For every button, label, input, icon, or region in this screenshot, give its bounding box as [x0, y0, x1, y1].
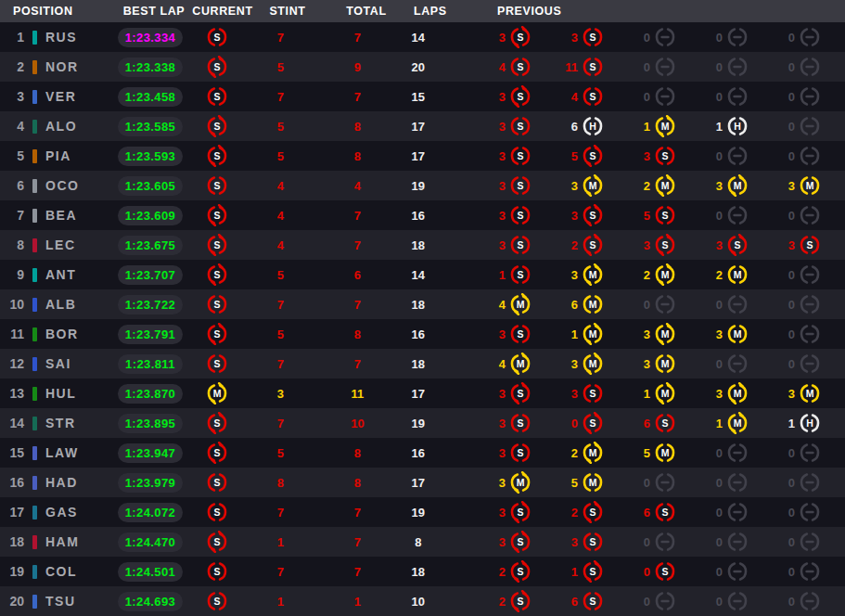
current-tyre-icon: S: [185, 442, 250, 464]
tyre-M-new-icon: M: [654, 442, 676, 464]
table-row[interactable]: 13 HUL 1:23.870 M 3 11 17 3S3S1M3M3M: [0, 379, 845, 408]
current-tyre-icon: M: [185, 382, 250, 404]
svg-text:S: S: [518, 121, 524, 132]
svg-text:S: S: [214, 239, 221, 250]
svg-text:M: M: [661, 388, 670, 399]
table-row[interactable]: 20 TSU 1:24.693 S 1 1 10 2S6S000: [0, 586, 845, 616]
previous-stint-slot: 3S: [483, 501, 556, 523]
previous-stint-laps: 0: [773, 90, 795, 104]
tyre-M-new-icon: M: [799, 174, 821, 197]
driver-code: ALB: [45, 297, 76, 312]
table-row[interactable]: 4 ALO 1:23.585 S 5 8 17 3S6H1M1H0: [0, 111, 845, 141]
position-number: 9: [0, 267, 24, 282]
table-row[interactable]: 16 HAD 1:23.979 S 8 8 17 3M5M000: [0, 468, 845, 497]
tyre-M-new-icon: M: [582, 471, 604, 494]
laps-count: 14: [403, 268, 432, 282]
previous-stint-slot: 1M: [556, 323, 628, 345]
table-row[interactable]: 7 BEA 1:23.609 S 4 7 16 3S3S5S00: [0, 200, 845, 230]
table-row[interactable]: 11 BOR 1:23.791 S 5 8 16 3S1M3M3M0: [0, 319, 845, 349]
svg-text:S: S: [590, 596, 596, 607]
laps-count: 17: [403, 149, 432, 163]
svg-text:S: S: [214, 150, 221, 161]
best-lap-pill: 1:23.791: [118, 325, 184, 344]
previous-stint-slot: 6H: [556, 115, 628, 137]
previous-stint-laps: 0: [700, 149, 723, 163]
stint-laps: 4: [250, 179, 311, 193]
best-lap-pill: 1:23.947: [118, 443, 184, 463]
previous-stint-laps: 3: [556, 209, 578, 223]
previous-stint-laps: 0: [628, 595, 650, 609]
previous-stint-slot: 3M: [628, 323, 700, 345]
total-laps: 7: [312, 90, 404, 104]
driver-code: SAI: [45, 356, 71, 371]
table-row[interactable]: 6 OCO 1:23.605 S 4 4 19 3S3M2M3M3M: [0, 171, 845, 200]
tyre-S-new-icon: S: [654, 560, 676, 583]
table-row[interactable]: 1 RUS 1:23.334 S 7 7 14 3S3S000: [0, 22, 845, 52]
svg-text:S: S: [590, 210, 596, 221]
svg-text:M: M: [517, 358, 525, 369]
tyre-M-used-icon: M: [582, 323, 604, 345]
table-row[interactable]: 5 PIA 1:23.593 S 5 8 17 3S5S3S00: [0, 141, 845, 171]
tyre-M-new-icon: M: [799, 382, 821, 404]
previous-stint-laps: 4: [483, 60, 506, 74]
table-row[interactable]: 3 VER 1:23.458 S 7 7 15 3S4S000: [0, 82, 845, 111]
previous-stint-laps: 0: [700, 209, 723, 223]
table-row[interactable]: 15 LAW 1:23.947 S 5 8 16 3S2M5M00: [0, 438, 845, 468]
previous-stint-slot: 0: [700, 442, 773, 464]
previous-stint-laps: 0: [628, 31, 650, 45]
tyre-S-new-icon: S: [654, 501, 676, 523]
no-tyre-icon: [799, 323, 821, 345]
tyre-S-new-icon: S: [509, 412, 531, 434]
previous-stint-slot: 3M: [556, 263, 628, 286]
tyre-S-used-icon: S: [582, 234, 604, 256]
no-tyre-icon: [726, 471, 749, 494]
previous-stint-slot: 3M: [556, 353, 628, 375]
table-row[interactable]: 18 HAM 1:24.470 S 1 7 8 3S3S000: [0, 527, 845, 557]
svg-text:M: M: [734, 269, 742, 280]
table-row[interactable]: 12 SAI 1:23.811 S 7 7 18 4M3M3M00: [0, 349, 845, 379]
position-number: 2: [0, 59, 24, 74]
no-tyre-icon: [726, 26, 749, 48]
total-laps: 7: [312, 298, 404, 312]
table-row[interactable]: 14 STR 1:23.895 S 7 10 19 3S0S6S1M1H: [0, 408, 845, 438]
previous-stint-slot: 0: [700, 204, 773, 226]
previous-stint-laps: 3: [628, 357, 650, 371]
table-row[interactable]: 19 COL 1:24.501 S 7 7 18 2S1S0S00: [0, 557, 845, 586]
table-row[interactable]: 17 GAS 1:24.072 S 7 7 19 3S2S6S00: [0, 497, 845, 527]
tyre-S-new-icon: S: [509, 174, 531, 197]
position-number: 13: [0, 386, 24, 401]
previous-stint-slot: 0: [700, 293, 773, 315]
tyre-M-used-icon: M: [654, 174, 676, 197]
position-number: 18: [0, 534, 24, 549]
no-tyre-icon: [654, 85, 676, 108]
previous-stint-laps: 1: [556, 565, 578, 579]
previous-stints: 3S4S000: [483, 85, 845, 108]
previous-stint-slot: 0: [700, 56, 773, 78]
no-tyre-icon: [799, 145, 821, 167]
previous-stint-laps: 6: [628, 417, 650, 430]
table-row[interactable]: 9 ANT 1:23.707 S 5 6 14 1S3M2M2M0: [0, 260, 845, 289]
svg-text:S: S: [518, 507, 524, 518]
driver-code: TSU: [45, 594, 76, 609]
table-row[interactable]: 10 ALB 1:23.722 S 7 7 18 4M6M000: [0, 289, 845, 319]
previous-stint-laps: 1: [628, 120, 650, 134]
previous-stint-slot: 0: [773, 26, 845, 48]
previous-stint-laps: 3: [628, 327, 650, 341]
no-tyre-icon: [726, 501, 749, 523]
tyre-M-used-icon: M: [654, 382, 676, 404]
previous-stint-laps: 0: [628, 476, 650, 490]
laps-count: 16: [403, 209, 432, 223]
previous-stint-slot: 3S: [483, 323, 556, 345]
previous-stints: 3S3M2M3M3M: [483, 174, 845, 197]
tyre-S-new-icon: S: [206, 85, 228, 108]
svg-text:S: S: [518, 180, 524, 191]
tyre-M-used-icon: M: [206, 382, 228, 404]
position-number: 12: [0, 356, 24, 371]
previous-stint-laps: 0: [700, 90, 723, 104]
previous-stint-laps: 2: [628, 179, 650, 193]
table-row[interactable]: 2 NOR 1:23.338 S 5 9 20 4S11S000: [0, 52, 845, 82]
stint-laps: 7: [250, 565, 311, 579]
previous-stint-laps: 3: [700, 238, 723, 252]
table-row[interactable]: 8 LEC 1:23.675 S 4 7 18 3S2S3S3S3S: [0, 230, 845, 260]
svg-text:S: S: [807, 239, 813, 250]
